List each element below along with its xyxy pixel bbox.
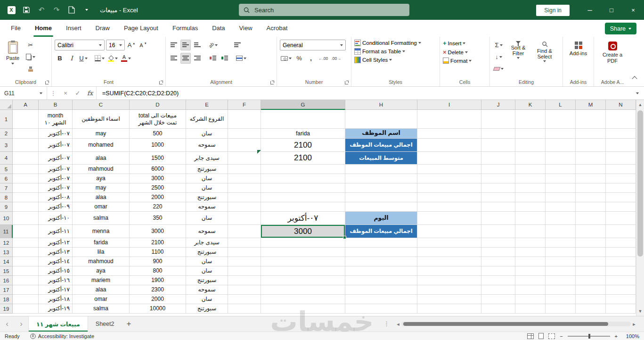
- cell-F13[interactable]: [228, 248, 261, 257]
- cell-I15[interactable]: [417, 266, 481, 276]
- find-select-button[interactable]: Find & Select: [532, 40, 557, 74]
- cell-F16[interactable]: [228, 276, 261, 285]
- column-header-F[interactable]: F: [228, 100, 261, 110]
- cell-F3[interactable]: [228, 139, 261, 152]
- cell-G8[interactable]: [261, 193, 345, 202]
- cell-E10[interactable]: سان: [186, 212, 228, 225]
- cell-E1[interactable]: الفروع الشركه: [186, 110, 228, 129]
- cell-J4[interactable]: [481, 152, 515, 165]
- cell-E15[interactable]: سان: [186, 266, 228, 276]
- alignment-dialog-launcher[interactable]: [270, 80, 275, 84]
- cell-G4[interactable]: 2100: [261, 152, 345, 165]
- row-header-12[interactable]: 12: [0, 238, 13, 248]
- menu-tab-home[interactable]: Home: [28, 20, 59, 37]
- column-header-M[interactable]: M: [576, 100, 606, 110]
- cell-M19[interactable]: [576, 304, 606, 314]
- zoom-out-button[interactable]: −: [560, 333, 562, 339]
- accessibility-status[interactable]: Accessibility: Investigate: [30, 333, 94, 339]
- cell-E17[interactable]: سموحه: [186, 285, 228, 295]
- cell-N10[interactable]: [606, 212, 636, 225]
- cell-A13[interactable]: [13, 248, 39, 257]
- column-header-I[interactable]: I: [417, 100, 481, 110]
- select-all-corner[interactable]: [0, 100, 13, 110]
- cell-J3[interactable]: [481, 139, 515, 152]
- cell-E12[interactable]: سيدى جابر: [186, 238, 228, 248]
- cell-G15[interactable]: [261, 266, 345, 276]
- cell-E13[interactable]: سبورتنج: [186, 248, 228, 257]
- cell-H14[interactable]: [345, 257, 417, 266]
- menu-tab-data[interactable]: Data: [205, 20, 232, 37]
- cell-K6[interactable]: [515, 174, 546, 183]
- cell-K9[interactable]: [515, 202, 546, 212]
- vertical-scrollbar[interactable]: ▲ ▼: [636, 100, 644, 316]
- cell-F8[interactable]: [228, 193, 261, 202]
- cell-N18[interactable]: [606, 295, 636, 304]
- cell-H7[interactable]: [345, 183, 417, 193]
- row-header-4[interactable]: 4: [0, 152, 13, 165]
- cell-M16[interactable]: [576, 276, 606, 285]
- cell-H6[interactable]: [345, 174, 417, 183]
- cell-J14[interactable]: [481, 257, 515, 266]
- cell-H4[interactable]: متوسط المبيعات: [345, 152, 417, 165]
- scroll-up-arrow[interactable]: ▲: [636, 101, 644, 108]
- insert-cells-button[interactable]: + Insert: [443, 40, 487, 47]
- cell-J18[interactable]: [481, 295, 515, 304]
- paste-button[interactable]: Paste: [3, 40, 23, 74]
- cell-E14[interactable]: سان: [186, 257, 228, 266]
- format-painter-button[interactable]: [24, 63, 36, 74]
- cell-E11[interactable]: سموحه: [186, 225, 228, 238]
- cell-M1[interactable]: [576, 110, 606, 129]
- cell-H2[interactable]: اسم الموظف: [345, 129, 417, 139]
- cell-B14[interactable]: ١٤-أكتوبر: [39, 257, 73, 266]
- cell-L4[interactable]: [546, 152, 576, 165]
- save-button[interactable]: [19, 2, 34, 17]
- minimize-button[interactable]: ─: [579, 0, 601, 20]
- cell-C19[interactable]: salma: [73, 304, 130, 314]
- scroll-down-arrow[interactable]: ▼: [636, 307, 644, 315]
- sheet-nav-right[interactable]: ›: [14, 316, 28, 332]
- document-preview-button[interactable]: [64, 2, 79, 17]
- cell-M13[interactable]: [576, 248, 606, 257]
- cell-E9[interactable]: سموحه: [186, 202, 228, 212]
- cell-D6[interactable]: 3000: [130, 174, 186, 183]
- row-header-1[interactable]: 1: [0, 110, 13, 129]
- cell-H11[interactable]: اجمالي مبيعات الموظف: [345, 225, 417, 238]
- column-header-H[interactable]: H: [345, 100, 417, 110]
- cell-D15[interactable]: 800: [130, 266, 186, 276]
- cell-G13[interactable]: [261, 248, 345, 257]
- cell-G19[interactable]: [261, 304, 345, 314]
- cell-L3[interactable]: [546, 139, 576, 152]
- cell-E4[interactable]: سيدى جابر: [186, 152, 228, 165]
- cell-F9[interactable]: [228, 202, 261, 212]
- cell-N11[interactable]: [606, 225, 636, 238]
- maximize-button[interactable]: □: [601, 0, 622, 20]
- cell-J17[interactable]: [481, 285, 515, 295]
- cell-M12[interactable]: [576, 238, 606, 248]
- row-header-9[interactable]: 9: [0, 202, 13, 212]
- cell-J6[interactable]: [481, 174, 515, 183]
- search-input[interactable]: [253, 6, 395, 14]
- cell-C12[interactable]: farida: [73, 238, 130, 248]
- cell-D17[interactable]: 2300: [130, 285, 186, 295]
- autosum-button[interactable]: Σ: [493, 40, 505, 50]
- cell-B12[interactable]: ١٢-أكتوبر: [39, 238, 73, 248]
- cell-N7[interactable]: [606, 183, 636, 193]
- cell-G11[interactable]: 3000: [261, 225, 345, 238]
- cell-I16[interactable]: [417, 276, 481, 285]
- cell-A18[interactable]: [13, 295, 39, 304]
- column-header-C[interactable]: C: [73, 100, 130, 110]
- cell-M5[interactable]: [576, 165, 606, 174]
- cell-B18[interactable]: ١٨-أكتوبر: [39, 295, 73, 304]
- cell-A11[interactable]: [13, 225, 39, 238]
- cell-I12[interactable]: [417, 238, 481, 248]
- increase-decimal-button[interactable]: ←.00: [318, 53, 329, 64]
- cell-G16[interactable]: [261, 276, 345, 285]
- cell-E16[interactable]: سبورتنج: [186, 276, 228, 285]
- cell-J19[interactable]: [481, 304, 515, 314]
- cell-B19[interactable]: ١٩-أكتوبر: [39, 304, 73, 314]
- cell-D3[interactable]: 1000: [130, 139, 186, 152]
- cell-I1[interactable]: [417, 110, 481, 129]
- cell-E8[interactable]: سبورتنج: [186, 193, 228, 202]
- align-middle-button[interactable]: [180, 40, 191, 50]
- cell-B9[interactable]: ٠٩-أكتوبر: [39, 202, 73, 212]
